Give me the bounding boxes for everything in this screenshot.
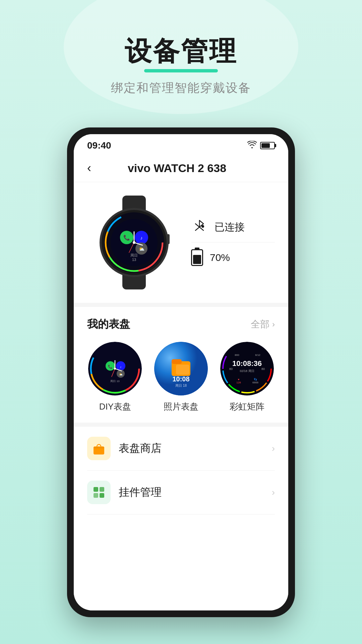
svg-text:6666: 6666 [252,381,258,384]
svg-text:128: 128 [236,381,241,384]
svg-rect-43 [176,365,189,375]
watchface-circle-photo: 10:08 周日 18 [154,342,208,395]
battery-status-text: 70% [210,252,230,263]
watchface-label-diy: DIY表盘 [99,401,131,413]
svg-text:⛅: ⛅ [119,372,123,376]
widget-management-label: 挂件管理 [119,485,272,500]
watchface-label-photo: 照片表盘 [164,401,198,413]
svg-text:周日 18: 周日 18 [175,384,187,387]
svg-text:80: 80 [261,367,265,371]
back-button[interactable]: ‹ [87,161,91,175]
svg-text:10:08:36: 10:08:36 [232,359,262,368]
watch-illustration: 📞 ♪ ⛅ 周日 13 [90,196,178,289]
watch-image: 📞 ♪ ⛅ 周日 13 [87,192,181,293]
svg-rect-65 [100,487,104,492]
app-content: ‹ vivo WATCH 2 638 [74,154,288,610]
watchface-grid: 📞 ♪ ⛅ 周日 13 [87,342,275,413]
svg-text:8/12: 8/12 [255,354,260,357]
watchface-all-chevron: › [272,320,275,329]
battery-status-icon [191,249,203,266]
nav-bar: ‹ vivo WATCH 2 638 [74,154,288,182]
watchface-store-label: 表盘商店 [119,441,272,456]
svg-text:周日: 周日 [130,253,138,257]
battery-fill [261,143,270,148]
watchface-store-chevron: › [272,443,275,454]
svg-rect-66 [94,493,98,498]
watchface-section: 我的表盘 全部 › [74,307,288,423]
battery-status-fill [193,255,201,264]
svg-rect-21 [167,234,170,244]
svg-text:⛅: ⛅ [139,246,145,252]
header-section: 设备管理 绑定和管理智能穿戴设备 [0,0,362,116]
phone-frame: 09:40 ‹ vivo WATC [67,127,295,617]
watchface-item-diy[interactable]: 📞 ♪ ⛅ 周日 13 [87,342,143,413]
watchface-circle-diy: 📞 ♪ ⛅ 周日 13 [88,342,142,395]
watchface-item-photo[interactable]: 10:08 周日 18 照片表盘 [153,342,209,413]
watchface-section-title: 我的表盘 [87,317,130,332]
widget-management-chevron: › [272,487,275,498]
svg-rect-64 [94,487,98,492]
watch-info: 已连接 70% [188,212,275,273]
phone-inner: 09:40 ‹ vivo WATC [74,134,288,610]
svg-text:👣: 👣 [254,378,257,381]
bluetooth-status: 已连接 [191,212,275,243]
section-divider-1 [74,303,288,307]
watchface-circle-rainbow: 80 80 10:08:36 02/18 周日 ♥ 128 👣 6666 [220,342,274,395]
battery-icon [260,142,275,149]
svg-rect-42 [172,359,182,364]
watchface-item-rainbow[interactable]: 80 80 10:08:36 02/18 周日 ♥ 128 👣 6666 [219,342,275,413]
watchface-store-item[interactable]: 表盘商店 › [87,427,275,471]
svg-text:周日 13: 周日 13 [111,380,120,383]
svg-text:10:08: 10:08 [172,375,189,383]
store-section: 表盘商店 › 挂件管理 › [74,427,288,515]
page-subtitle: 绑定和管理智能穿戴设备 [0,80,362,96]
svg-text:♪: ♪ [140,235,143,240]
widget-management-icon [87,481,111,504]
watchface-all-label: 全部 [251,318,269,331]
svg-point-37 [114,368,116,370]
svg-text:📞: 📞 [123,234,130,241]
svg-text:02/18 周日: 02/18 周日 [240,369,254,373]
svg-text:860: 860 [235,354,239,357]
status-time: 09:40 [87,140,111,151]
svg-text:80: 80 [229,367,233,371]
svg-text:♥: ♥ [238,378,239,381]
status-bar: 09:40 [74,134,288,154]
wifi-icon [247,141,257,150]
page-title: 设备管理 [125,34,237,70]
device-name: vivo WATCH 2 638 [98,162,256,175]
bluetooth-status-text: 已连接 [215,220,245,234]
svg-point-18 [133,241,135,244]
status-icons [247,141,275,150]
svg-point-22 [201,225,204,228]
watchface-all-button[interactable]: 全部 › [251,318,275,331]
watchface-label-rainbow: 彩虹矩阵 [230,401,264,413]
watchface-store-icon [87,437,111,460]
svg-text:13: 13 [132,258,136,262]
svg-text:📞: 📞 [108,364,113,369]
svg-rect-67 [100,493,104,498]
section-header-watchface: 我的表盘 全部 › [87,317,275,332]
widget-management-item[interactable]: 挂件管理 › [87,471,275,515]
svg-point-46 [220,342,274,395]
svg-text:♪: ♪ [120,365,122,369]
section-divider-2 [74,423,288,427]
watch-section: 📞 ♪ ⛅ 周日 13 [74,182,288,303]
bluetooth-icon [191,219,208,235]
battery-status: 70% [191,243,275,273]
